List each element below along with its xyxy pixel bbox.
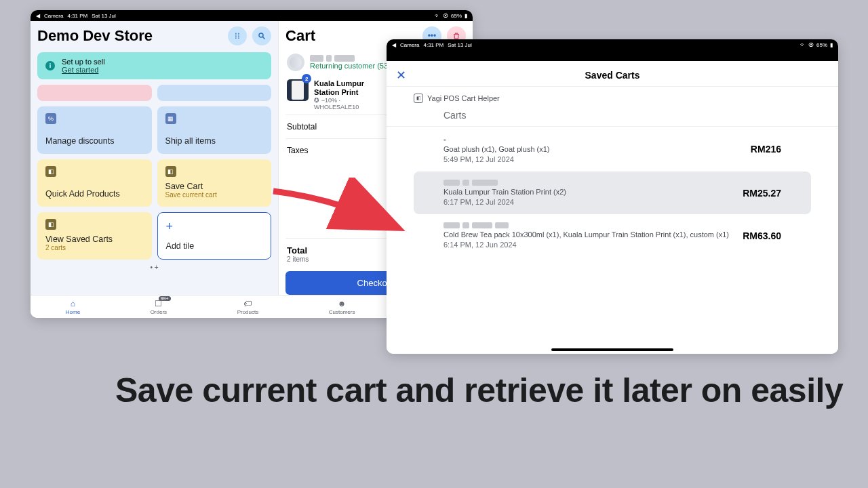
tile-save-cart[interactable]: ◧ Save Cart Save current cart bbox=[157, 159, 272, 207]
tile-view-saved[interactable]: ◧ View Saved Carts 2 carts bbox=[37, 212, 152, 260]
store-title: Demo Dev Store bbox=[37, 27, 153, 45]
status-bar: ◀ Camera 4:31 PM Sat 13 Jul ᯤ ⦿ 65% ▮ bbox=[387, 39, 838, 50]
wifi-icon: ᯤ bbox=[435, 13, 440, 19]
tile-ship-all[interactable]: ▦ Ship all items bbox=[157, 106, 272, 154]
modal-title: Saved Carts bbox=[585, 70, 640, 81]
saved-cart-item-selected[interactable]: Kuala Lumpur Train Station Print (x2) 6:… bbox=[414, 171, 811, 214]
svg-line-1 bbox=[263, 37, 265, 39]
tab-orders[interactable]: ☐ 99+ Orders bbox=[151, 299, 167, 315]
save-cart-subtitle: Save current cart bbox=[165, 191, 264, 199]
saved-carts-screen: ◀ Camera 4:31 PM Sat 13 Jul ᯤ ⦿ 65% ▮ ✕ … bbox=[387, 39, 838, 354]
quantity-badge: 2 bbox=[302, 74, 311, 83]
status-bar: ◀ Camera 4:31 PM Sat 13 Jul ᯤ ⦿ 65% ▮ bbox=[31, 10, 473, 21]
app-icon: ◧ bbox=[165, 166, 176, 177]
get-started-link[interactable]: Get started bbox=[62, 66, 98, 74]
close-icon[interactable]: ✕ bbox=[396, 68, 406, 83]
scan-icon[interactable]: ⁞⁞ bbox=[228, 26, 247, 45]
tile-manage-discounts[interactable]: % Manage discounts bbox=[37, 106, 152, 154]
app-attribution: ◧ Yagi POS Cart Helper bbox=[387, 87, 838, 110]
home-indicator bbox=[551, 348, 673, 351]
saved-cart-item[interactable]: - Goat plush (x1), Goat plush (x1) 5:49 … bbox=[414, 127, 811, 171]
svg-point-0 bbox=[259, 33, 263, 37]
page-indicator[interactable]: • + bbox=[37, 264, 271, 271]
tile-partial-pink[interactable] bbox=[37, 85, 152, 101]
tile-quick-add[interactable]: ◧ Quick Add Products bbox=[37, 159, 152, 207]
tab-products[interactable]: 🏷 Products bbox=[237, 299, 259, 315]
person-icon: ☻ bbox=[338, 299, 347, 308]
saved-cart-price: RM216 bbox=[751, 144, 781, 155]
tab-customers[interactable]: ☻ Customers bbox=[329, 299, 355, 315]
battery-icon: ▮ bbox=[830, 42, 833, 48]
home-icon: ⌂ bbox=[71, 299, 75, 308]
modal-header: ✕ Saved Carts bbox=[387, 64, 838, 87]
saved-cart-price: RM63.60 bbox=[743, 230, 781, 241]
marketing-caption: Save current cart and retrieve it later … bbox=[115, 369, 843, 412]
cart-title: Cart bbox=[285, 27, 315, 45]
saved-cart-price: RM25.27 bbox=[743, 188, 781, 199]
plus-icon: + bbox=[166, 220, 263, 234]
search-icon[interactable] bbox=[252, 26, 271, 45]
tab-home[interactable]: ⌂ Home bbox=[66, 299, 80, 315]
setup-banner[interactable]: i Set up to sell Get started bbox=[37, 52, 271, 79]
percent-icon: % bbox=[45, 113, 56, 124]
avatar bbox=[287, 54, 304, 71]
tile-add[interactable]: + Add tile bbox=[157, 212, 272, 260]
info-icon: i bbox=[45, 61, 55, 70]
app-icon: ◧ bbox=[45, 166, 56, 177]
tile-partial-blue[interactable] bbox=[157, 85, 272, 101]
saved-cart-item[interactable]: Cold Brew Tea pack 10x300ml (x1), Kuala … bbox=[414, 214, 811, 257]
wifi-icon: ᯤ bbox=[800, 42, 806, 48]
view-saved-count: 2 carts bbox=[45, 244, 144, 251]
app-badge-icon: ◧ bbox=[414, 94, 423, 103]
app-icon: ◧ bbox=[45, 219, 56, 230]
box-icon: ▦ bbox=[165, 113, 176, 124]
tag-icon: 🏷 bbox=[243, 299, 252, 308]
section-title: Carts bbox=[387, 110, 838, 127]
banner-title: Set up to sell bbox=[62, 58, 105, 66]
orders-badge: 99+ bbox=[159, 296, 171, 301]
battery-icon: ▮ bbox=[465, 13, 467, 19]
